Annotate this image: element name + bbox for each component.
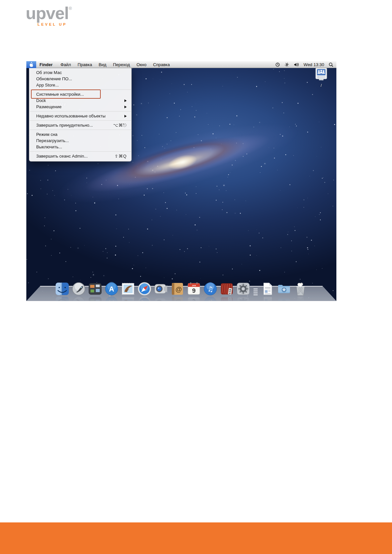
menu-item-выключить[interactable]: Выключить... xyxy=(29,144,131,150)
menu-item-размещение[interactable]: Размещение▶ xyxy=(29,104,131,110)
menu-item-shortcut: ⇧⌘Q xyxy=(115,153,127,159)
upvel-logo: upvel® LEVEL UP xyxy=(26,5,85,26)
airport-icon[interactable] xyxy=(284,62,289,67)
dock-icon-mail[interactable] xyxy=(121,282,135,296)
svg-text:A: A xyxy=(109,285,114,293)
footer-band xyxy=(0,522,392,554)
dock-icon-facetime[interactable] xyxy=(154,282,168,296)
menubar-item-файл[interactable]: Файл xyxy=(57,61,74,68)
dock-icon-document[interactable] xyxy=(260,282,275,296)
network-volume-label: / xyxy=(312,83,330,88)
menu-item-label: Размещение xyxy=(36,104,120,110)
menu-item-label: App Store... xyxy=(36,82,127,88)
dock-icon-app-store[interactable]: AA xyxy=(104,282,119,296)
menubar-item-окно[interactable]: Окно xyxy=(133,61,150,68)
menubar-item-вид[interactable]: Вид xyxy=(95,61,110,68)
dock-separator xyxy=(252,281,258,296)
network-volume-icon[interactable]: / xyxy=(312,67,330,88)
menu-item-dock[interactable]: Dock▶ xyxy=(29,97,131,104)
menu-item-об-этом-mac[interactable]: Об этом Mac xyxy=(29,69,131,76)
menu-item-label: Dock xyxy=(36,97,120,104)
menubar-item-finder[interactable]: Finder xyxy=(36,61,57,68)
menu-separator xyxy=(29,150,131,153)
dock-icon-address-book[interactable]: @@ xyxy=(170,282,185,296)
macos-desktop-screenshot: FinderФайлПравкаВидПереходОкноСправка We… xyxy=(26,61,336,301)
menu-item-label: Об этом Mac xyxy=(36,69,127,76)
dock-icon-finder[interactable] xyxy=(55,282,69,296)
menubar-item-справка[interactable]: Справка xyxy=(150,61,173,68)
menu-item-label: Недавно использованные объекты xyxy=(36,113,120,119)
time-machine-icon[interactable] xyxy=(275,62,280,67)
dock-icon-safari[interactable] xyxy=(137,282,152,296)
volume-icon[interactable] xyxy=(294,62,299,67)
svg-text:JAN: JAN xyxy=(192,285,196,287)
menu-item-label: Выключить... xyxy=(36,144,127,150)
manual-page: upvel® LEVEL UP FinderФайлПравкаВидПерех… xyxy=(0,0,392,554)
dock-icon-ical[interactable]: JAN9JAN9 xyxy=(187,282,201,296)
submenu-arrow-icon: ▶ xyxy=(124,112,127,120)
menu-item-обновление-по[interactable]: Обновление ПО... xyxy=(29,76,131,82)
menu-item-label: Завершить принудительно... xyxy=(36,122,109,128)
menu-item-label: Завершить сеанс Admin... xyxy=(36,153,111,159)
dock-icon-mission-control[interactable] xyxy=(88,282,102,296)
menu-bar-clock[interactable]: Wed 13:30 xyxy=(303,62,324,67)
dock-icon-itunes[interactable]: ♫♫ xyxy=(203,282,218,296)
menu-bar: FinderФайлПравкаВидПереходОкноСправка We… xyxy=(26,61,336,68)
menu-separator xyxy=(29,110,131,113)
menu-item-label: Системные настройки... xyxy=(36,91,127,97)
menubar-item-переход[interactable]: Переход xyxy=(110,61,133,68)
registered-mark: ® xyxy=(69,6,72,11)
spotlight-icon[interactable] xyxy=(328,62,333,67)
menu-item-app-store[interactable]: App Store... xyxy=(29,82,131,88)
menu-item-перезагрузить[interactable]: Перезагрузить... xyxy=(29,138,131,144)
svg-text:@: @ xyxy=(175,286,182,293)
logo-tagline: LEVEL UP xyxy=(38,22,85,26)
dock-icon-downloads[interactable] xyxy=(277,282,291,296)
menu-item-режим-сна[interactable]: Режим сна xyxy=(29,131,131,138)
menu-item-завершить-сеанс-admin[interactable]: Завершить сеанс Admin...⇧⌘Q xyxy=(29,153,131,159)
dock-icon-system-preferences[interactable] xyxy=(236,282,250,296)
dock-icon-trash[interactable] xyxy=(293,282,308,296)
dock-icon-launchpad[interactable] xyxy=(71,282,86,296)
dock: AA@@JAN9JAN9♫♫ xyxy=(26,281,336,296)
logo-brand: upvel® xyxy=(26,5,85,22)
submenu-arrow-icon: ▶ xyxy=(124,103,127,111)
menu-item-завершить-принудительно[interactable]: Завершить принудительно...⌥⌘⎋ xyxy=(29,122,131,128)
apple-menu-button[interactable] xyxy=(26,61,36,68)
menu-separator xyxy=(29,128,131,131)
menu-item-label: Режим сна xyxy=(36,131,127,138)
menu-item-label: Обновление ПО... xyxy=(36,76,127,82)
menu-item-системные-настройки[interactable]: Системные настройки... xyxy=(29,91,131,97)
dock-icon-photo-booth[interactable] xyxy=(220,282,234,296)
apple-menu-dropdown: VMware Об этом MacОбновление ПО...App St… xyxy=(29,68,132,162)
menu-item-недавно-использованные-объекты[interactable]: Недавно использованные объекты▶ xyxy=(29,113,131,119)
apple-icon xyxy=(29,62,34,67)
svg-text:♫: ♫ xyxy=(207,285,214,293)
menubar-item-правка[interactable]: Правка xyxy=(74,61,95,68)
svg-text:9: 9 xyxy=(192,287,196,294)
menu-separator xyxy=(29,119,131,122)
menu-item-label: Перезагрузить... xyxy=(36,138,127,144)
network-drive-icon xyxy=(313,77,329,83)
menu-item-shortcut: ⌥⌘⎋ xyxy=(113,122,127,128)
menu-separator xyxy=(29,88,131,91)
